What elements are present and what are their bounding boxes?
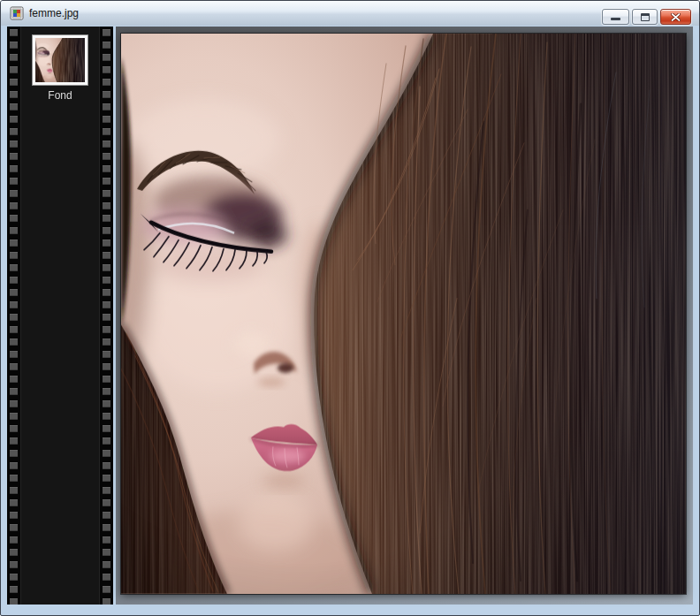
client-area: Fond bbox=[7, 27, 693, 605]
window-controls bbox=[602, 9, 691, 25]
image-file-icon bbox=[10, 6, 24, 20]
minimize-icon bbox=[611, 18, 620, 20]
close-icon bbox=[671, 13, 681, 21]
film-perforations-right bbox=[99, 27, 113, 605]
close-button[interactable] bbox=[660, 9, 691, 25]
layer-thumbnail[interactable] bbox=[33, 35, 88, 85]
film-perforations-left bbox=[7, 27, 21, 605]
restore-button[interactable] bbox=[632, 9, 658, 25]
titlebar[interactable]: femme.jpg bbox=[1, 1, 699, 26]
window-title: femme.jpg bbox=[29, 7, 79, 19]
image-frame bbox=[121, 34, 686, 594]
minimize-button[interactable] bbox=[602, 9, 629, 25]
portrait-image[interactable] bbox=[121, 34, 686, 594]
document-window: femme.jpg Fond bbox=[0, 0, 700, 616]
layers-filmstrip: Fond bbox=[7, 27, 113, 605]
canvas-area[interactable] bbox=[116, 27, 693, 605]
layer-label: Fond bbox=[48, 89, 72, 102]
maximize-icon bbox=[641, 13, 650, 21]
layer-item[interactable]: Fond bbox=[21, 35, 99, 102]
